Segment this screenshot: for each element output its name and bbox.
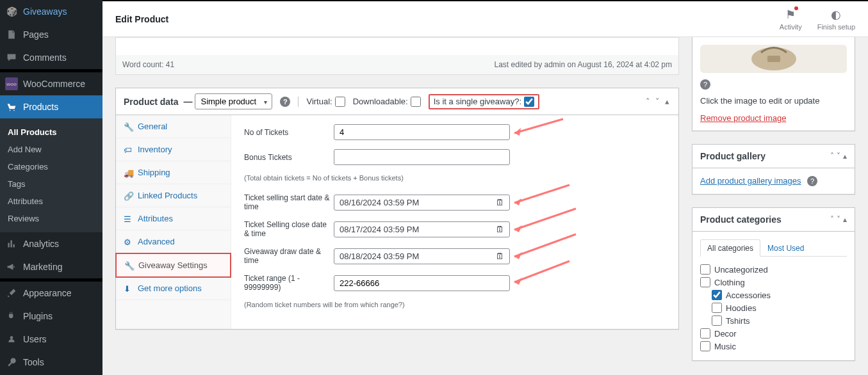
toggle-icon[interactable]: ▴ [843, 215, 847, 224]
bonus-tickets-input[interactable] [334, 149, 510, 165]
wrench-icon: 🔧 [124, 122, 133, 131]
sidebar-item-pages[interactable]: Pages [0, 23, 102, 46]
move-up-icon[interactable]: ˄ [644, 95, 651, 108]
brush-icon [5, 287, 18, 299]
sidebar-sub-all-products[interactable]: All Products [0, 124, 102, 141]
single-giveaway-label[interactable]: Is it a single giveaway?: [434, 97, 534, 107]
page-title: Edit Product [115, 14, 168, 24]
toggle-icon[interactable]: ▴ [843, 152, 847, 161]
products-icon [5, 100, 18, 113]
finish-setup-button[interactable]: ◐ Finish setup [817, 8, 855, 31]
activity-button[interactable]: ⚑ Activity [780, 8, 802, 31]
cat-music[interactable]: Music [700, 340, 847, 353]
list-icon: ☰ [124, 214, 133, 223]
cat-clothing[interactable]: Clothing [700, 276, 847, 289]
cat-decor[interactable]: Decor [700, 327, 847, 340]
sidebar-item-tools[interactable]: Tools [0, 351, 102, 374]
sidebar-item-plugins[interactable]: Plugins [0, 305, 102, 328]
product-image-box: ? Click the image to edit or update Remo… [692, 37, 855, 131]
page-icon [5, 28, 18, 41]
tag-icon: 🏷 [124, 145, 133, 154]
tab-inventory[interactable]: 🏷Inventory [116, 138, 231, 161]
arrow-icon [513, 184, 571, 206]
range-input[interactable] [334, 275, 510, 291]
product-data-title: Product data — [124, 97, 195, 107]
move-up-icon[interactable]: ˄ [830, 152, 834, 161]
sidebar-item-marketing[interactable]: Marketing [0, 255, 102, 278]
sidebar-item-giveaways[interactable]: 🎲Giveaways [0, 0, 102, 23]
tab-attributes[interactable]: ☰Attributes [116, 207, 231, 230]
close-date-input[interactable]: 08/17/2024 03:59 PM🗓 [334, 221, 510, 237]
sidebar-item-woocommerce[interactable]: wooWooCommerce [0, 72, 102, 95]
remove-image-link[interactable]: Remove product image [700, 113, 786, 123]
wrench-icon: 🔧 [124, 261, 133, 270]
sidebar-item-products[interactable]: Products [0, 95, 102, 118]
tab-shipping[interactable]: 🚚Shipping [116, 161, 231, 184]
sidebar-item-appearance[interactable]: Appearance [0, 282, 102, 305]
sidebar-sub-tags[interactable]: Tags [0, 175, 102, 193]
start-date-input[interactable]: 08/16/2024 03:59 PM🗓 [334, 195, 510, 211]
product-image-placeholder[interactable] [700, 45, 847, 73]
tab-get-more[interactable]: ⬇Get more options [116, 277, 231, 300]
start-date-label: Ticket selling start date & time [244, 193, 334, 211]
analytics-icon [5, 237, 18, 250]
arrow-icon [513, 207, 577, 233]
sidebar-item-comments[interactable]: Comments [0, 46, 102, 69]
arrow-icon [513, 118, 564, 137]
help-icon[interactable]: ? [700, 79, 710, 90]
sidebar-sub-reviews[interactable]: Reviews [0, 210, 102, 227]
downloadable-checkbox-label[interactable]: Downloadable: [353, 97, 421, 107]
calendar-icon: 🗓 [496, 251, 504, 261]
dice-icon: 🎲 [5, 5, 18, 18]
no-tickets-input[interactable] [334, 124, 510, 140]
cat-tab-most[interactable]: Most Used [760, 239, 811, 257]
cat-hoodies[interactable]: Hoodies [712, 301, 847, 314]
product-categories-box: Product categories ˄˅▴ All categories Mo… [692, 207, 855, 361]
help-icon[interactable]: ? [280, 97, 290, 107]
page-header: Edit Product ⚑ Activity ◐ Finish setup [102, 1, 868, 37]
progress-icon: ◐ [831, 8, 841, 22]
total-hint: (Total obtain tickets = No of tickets + … [244, 174, 666, 182]
add-gallery-link[interactable]: Add product gallery images [700, 176, 801, 186]
cat-uncategorized[interactable]: Uncategorized [700, 263, 847, 276]
calendar-icon: 🗓 [496, 225, 504, 234]
sidebar-sub-add-new[interactable]: Add New [0, 141, 102, 158]
toggle-icon[interactable]: ▴ [664, 95, 671, 108]
plug-icon [5, 310, 18, 323]
move-down-icon[interactable]: ˅ [837, 152, 840, 161]
tab-giveaway-settings[interactable]: 🔧Giveaway Settings [115, 253, 231, 278]
sidebar-item-users[interactable]: Users [0, 328, 102, 351]
comment-icon [5, 51, 18, 64]
sidebar-sub-categories[interactable]: Categories [0, 158, 102, 175]
cat-tshirts[interactable]: Tshirts [712, 314, 847, 327]
sidebar-item-analytics[interactable]: Analytics [0, 232, 102, 255]
tab-advanced[interactable]: ⚙Advanced [116, 230, 231, 253]
draw-date-input[interactable]: 08/18/2024 03:59 PM🗓 [334, 248, 510, 264]
move-down-icon[interactable]: ˅ [654, 95, 661, 108]
sidebar-sub-attributes[interactable]: Attributes [0, 193, 102, 210]
products-submenu: All Products Add New Categories Tags Att… [0, 118, 102, 232]
single-giveaway-checkbox[interactable] [524, 97, 534, 107]
move-up-icon[interactable]: ˄ [830, 215, 834, 224]
product-type-select[interactable]: Simple product [195, 93, 272, 109]
product-gallery-box: Product gallery ˄˅▴ Add product gallery … [692, 144, 855, 195]
cat-accessories[interactable]: Accessories [712, 289, 847, 301]
bag-illustration-icon [735, 46, 812, 72]
link-icon: 🔗 [124, 191, 133, 200]
virtual-checkbox[interactable] [335, 97, 345, 107]
tab-general[interactable]: 🔧General [116, 115, 231, 138]
virtual-checkbox-label[interactable]: Virtual: [306, 97, 345, 107]
help-icon[interactable]: ? [807, 176, 817, 186]
tab-linked[interactable]: 🔗Linked Products [116, 184, 231, 207]
editor-footer: Word count: 41 Last edited by admin on A… [115, 55, 679, 75]
users-icon [5, 333, 18, 346]
product-tabs: 🔧General 🏷Inventory 🚚Shipping 🔗Linked Pr… [116, 115, 231, 329]
downloadable-checkbox[interactable] [411, 97, 421, 107]
tools-icon [5, 356, 18, 369]
giveaway-fields: No of Tickets Bonus Tickets (Total obtai… [231, 115, 678, 329]
gallery-title: Product gallery [700, 151, 766, 161]
truck-icon: 🚚 [124, 168, 133, 177]
cat-tab-all[interactable]: All categories [700, 239, 760, 257]
calendar-icon: 🗓 [496, 198, 504, 207]
move-down-icon[interactable]: ˅ [837, 215, 840, 224]
